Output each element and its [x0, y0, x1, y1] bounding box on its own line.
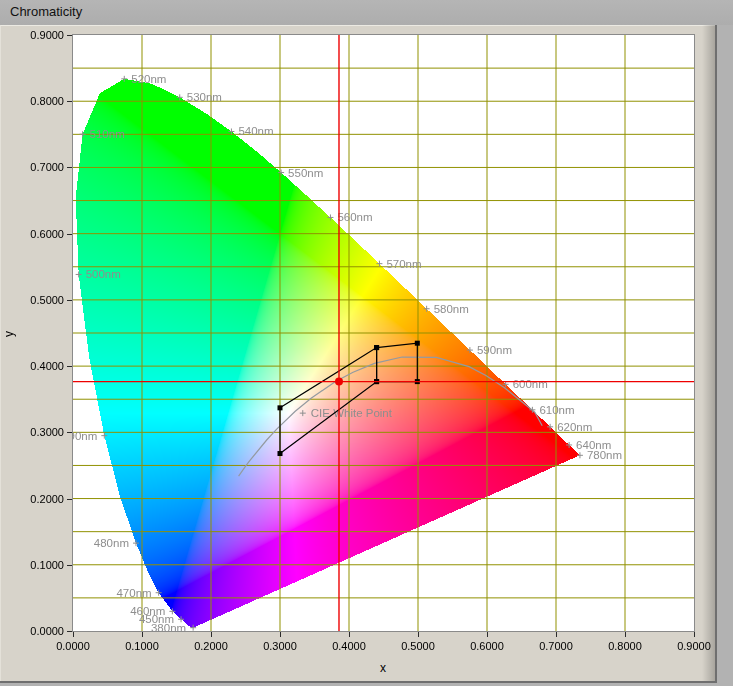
wavelength-marker-icon [156, 590, 162, 596]
x-tick-label: 0.2000 [181, 640, 241, 652]
wavelength-label: 480nm [94, 537, 129, 549]
x-tick-label: 0.4000 [319, 640, 379, 652]
wavelength-marker-icon [101, 433, 107, 439]
x-axis-label: x [353, 661, 413, 675]
y-tick [67, 167, 72, 168]
plot-area[interactable]: 380nm450nm460nm470nm480nm490nm500nm510nm… [72, 34, 695, 632]
wavelength-label: 580nm [434, 303, 469, 315]
x-tick-label: 0.5000 [388, 640, 448, 652]
wavelength-marker-icon [133, 540, 139, 546]
y-tick [67, 35, 72, 36]
gamut-polygon [280, 348, 377, 454]
wavelength-marker-icon [278, 170, 284, 176]
y-tick-label: 0.6000 [14, 228, 64, 240]
wavelength-label: 570nm [386, 258, 421, 270]
y-tick [67, 234, 72, 235]
y-tick [67, 499, 72, 500]
wavelength-label: 560nm [337, 211, 372, 223]
x-tick [694, 632, 695, 637]
gamut-vertex-marker [278, 405, 283, 410]
wavelength-label: 590nm [477, 344, 512, 356]
wavelength-marker-icon [76, 271, 82, 277]
wavelength-marker-icon [467, 347, 473, 353]
wavelength-marker-icon [80, 131, 86, 137]
gamut-polygon [377, 343, 418, 381]
x-tick [487, 632, 488, 637]
wavelength-label: 500nm [86, 268, 121, 280]
x-tick-label: 0.1000 [112, 640, 172, 652]
x-tick-label: 0.0000 [43, 640, 103, 652]
x-tick [211, 632, 212, 637]
x-tick [280, 632, 281, 637]
x-tick [625, 632, 626, 637]
wavelength-marker-icon [327, 214, 333, 220]
x-tick-label: 0.9000 [664, 640, 724, 652]
x-tick-label: 0.6000 [457, 640, 517, 652]
y-tick-label: 0.3000 [14, 426, 64, 438]
x-tick-label: 0.8000 [595, 640, 655, 652]
wavelength-label: 550nm [288, 167, 323, 179]
wavelength-marker-icon [228, 128, 234, 134]
white-point-label: CIE White Point [311, 407, 393, 419]
gamut-vertex-marker [415, 341, 420, 346]
y-axis-label: y [2, 331, 16, 337]
wavelength-label: 600nm [513, 378, 548, 390]
wavelength-label: 610nm [539, 404, 574, 416]
panel-right-border [715, 25, 717, 683]
x-tick [142, 632, 143, 637]
y-tick-label: 0.4000 [14, 360, 64, 372]
panel-right-bevel [702, 25, 715, 682]
wavelength-marker-icon [376, 261, 382, 267]
wavelength-marker-icon [547, 424, 553, 430]
y-tick-label: 0.5000 [14, 294, 64, 306]
x-tick-label: 0.3000 [250, 640, 310, 652]
wavelength-marker-icon [424, 306, 430, 312]
wavelength-label: 520nm [131, 73, 166, 85]
wavelength-marker-icon [566, 442, 572, 448]
chart-overlay: 380nm450nm460nm470nm480nm490nm500nm510nm… [73, 35, 694, 631]
wavelength-label: 620nm [557, 421, 592, 433]
gamut-vertex-marker [374, 345, 379, 350]
wavelength-marker-icon [177, 94, 183, 100]
x-tick [418, 632, 419, 637]
wavelength-marker-icon [121, 76, 127, 82]
y-tick [67, 101, 72, 102]
measured-point [335, 378, 343, 386]
chromaticity-window: { "window": { "title": "Chromaticity" },… [0, 0, 733, 686]
white-point-marker-icon [300, 410, 306, 416]
y-tick [67, 366, 72, 367]
y-tick-label: 0.9000 [14, 29, 64, 41]
wavelength-label: 540nm [238, 125, 273, 137]
wavelength-label: 490nm [73, 430, 97, 442]
y-tick-label: 0.0000 [14, 625, 64, 637]
x-tick [73, 632, 74, 637]
x-tick-label: 0.7000 [526, 640, 586, 652]
y-tick [67, 565, 72, 566]
y-tick [67, 432, 72, 433]
panel-bottom-border [0, 681, 717, 683]
gamut-vertex-marker [278, 451, 283, 456]
wavelength-marker-icon [577, 452, 583, 458]
x-tick [556, 632, 557, 637]
wavelength-label: 530nm [187, 91, 222, 103]
y-tick-label: 0.2000 [14, 493, 64, 505]
title-bar: Chromaticity [0, 0, 733, 25]
x-tick [349, 632, 350, 637]
wavelength-label: 780nm [587, 449, 622, 461]
wavelength-label: 470nm [116, 587, 151, 599]
y-tick-label: 0.8000 [14, 95, 64, 107]
wavelength-label: 460nm [130, 605, 165, 617]
y-tick [67, 300, 72, 301]
y-tick-label: 0.7000 [14, 161, 64, 173]
wavelength-label: 510nm [90, 128, 125, 140]
wavelength-marker-icon [190, 625, 196, 631]
y-tick [67, 631, 72, 632]
y-tick-label: 0.1000 [14, 559, 64, 571]
window-title: Chromaticity [10, 4, 82, 19]
